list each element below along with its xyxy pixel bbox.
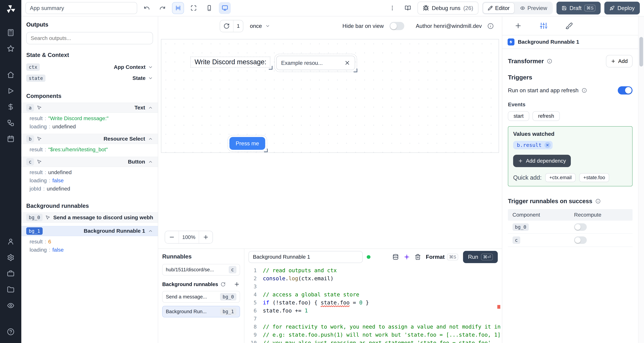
quick-add-state-foo[interactable]: +state.foo xyxy=(579,173,609,182)
star-icon xyxy=(7,45,14,52)
component-b-header[interactable]: b Resource Select xyxy=(21,134,158,144)
state-row[interactable]: state State xyxy=(26,72,153,84)
smartphone-icon xyxy=(206,5,212,11)
component-c-header[interactable]: c Button xyxy=(21,157,158,167)
search-outputs-input[interactable] xyxy=(26,32,153,44)
runnable-item-bg1[interactable]: Background Run... bg_1 xyxy=(162,306,240,317)
bg0-label: Send a message to discord using webhoo xyxy=(53,214,153,220)
component-a-header[interactable]: a Text xyxy=(21,102,158,113)
add-transformer-button[interactable]: Add xyxy=(606,55,632,68)
component-outline-toggle[interactable] xyxy=(172,2,184,14)
state-badge: state xyxy=(26,74,45,82)
button-component-label: Press me xyxy=(236,140,259,146)
favorites-button[interactable] xyxy=(3,42,18,56)
settings-button[interactable] xyxy=(3,250,18,264)
resize-handle[interactable] xyxy=(269,66,272,70)
output-prop: loading:false xyxy=(30,178,153,184)
plus-icon xyxy=(518,158,523,164)
bg0-row[interactable]: bg_0 Send a message to discord using web… xyxy=(21,212,158,223)
status-dot xyxy=(367,255,370,259)
runnable-item-bg0[interactable]: Send a message... bg_0 xyxy=(162,291,240,302)
add-dependency-button[interactable]: Add dependency xyxy=(513,155,571,167)
ai-assistant-button[interactable] xyxy=(404,254,410,260)
folders-button[interactable] xyxy=(3,283,18,297)
fullscreen-button[interactable] xyxy=(188,2,200,14)
deploy-button[interactable]: Deploy xyxy=(604,2,640,14)
runnable-item-hub[interactable]: hub/1511/discord/se... c xyxy=(162,264,240,276)
variables-button[interactable] xyxy=(3,100,18,114)
tab-styling[interactable] xyxy=(562,19,576,33)
help-button[interactable] xyxy=(3,325,18,339)
format-button[interactable]: Format ⌘S xyxy=(426,254,458,260)
add-runnable-button[interactable] xyxy=(234,281,240,287)
recompute-toggle-bg0[interactable] xyxy=(574,223,587,231)
home-icon xyxy=(7,71,14,78)
event-chip-start[interactable]: start xyxy=(508,111,529,121)
zoom-level: 100% xyxy=(178,231,199,243)
clear-icon[interactable] xyxy=(344,60,350,66)
delete-runnable-button[interactable] xyxy=(415,254,421,260)
center-area: 1 once Hide bar on view Author henri@win… xyxy=(158,16,502,343)
event-chip-refresh[interactable]: refresh xyxy=(532,111,560,121)
background-runnables-section: Background runnables xyxy=(162,281,240,287)
code-line: 6state.foo += 1 xyxy=(244,307,502,315)
add-transformer-label: Add xyxy=(618,58,628,64)
resources-button[interactable] xyxy=(3,116,18,130)
folder-icon xyxy=(7,286,14,293)
app-summary-input[interactable] xyxy=(26,2,137,14)
runs-button[interactable] xyxy=(3,84,18,98)
app-canvas[interactable]: Write Discord message: Example resou... … xyxy=(161,39,499,153)
docs-button[interactable] xyxy=(402,2,414,14)
runnable-name-input[interactable] xyxy=(248,251,363,263)
tab-preview[interactable]: Preview xyxy=(515,2,552,14)
zoom-in-button[interactable] xyxy=(199,231,212,243)
schedules-button[interactable] xyxy=(3,132,18,146)
mobile-view-button[interactable] xyxy=(203,2,215,14)
resource-select-component[interactable]: Example resou... xyxy=(276,56,355,70)
resize-handle[interactable] xyxy=(264,148,268,152)
home-button[interactable] xyxy=(3,68,18,82)
scrollbar-thumb[interactable] xyxy=(640,37,643,66)
refresh-all-button[interactable]: 1 xyxy=(220,20,243,32)
audit-logs-button[interactable] xyxy=(3,298,18,312)
bg1-row[interactable]: bg_1 Background Runnable 1 xyxy=(21,226,158,236)
column-component: Component xyxy=(512,212,574,218)
output-prop: result:undefined xyxy=(30,169,153,176)
more-menu-button[interactable] xyxy=(386,2,398,14)
debug-runs-button[interactable]: Debug runs (26) xyxy=(418,2,478,14)
tab-insert-component[interactable] xyxy=(511,19,525,33)
remove-dependency-icon[interactable] xyxy=(544,142,550,148)
text-component[interactable]: Write Discord message: xyxy=(191,57,270,67)
account-button[interactable] xyxy=(3,234,18,248)
quick-add-ctx-email[interactable]: +ctx.email xyxy=(545,173,576,182)
tab-component-settings[interactable] xyxy=(537,19,551,33)
apps-button[interactable] xyxy=(3,26,18,40)
undo-button[interactable] xyxy=(141,2,153,14)
run-button[interactable]: Run ⌘⏎ xyxy=(463,251,498,263)
resize-handle[interactable] xyxy=(354,68,357,72)
cache-button[interactable] xyxy=(392,254,398,260)
chevron-up-icon xyxy=(148,228,153,234)
button-component[interactable]: Press me xyxy=(230,137,265,150)
redo-button[interactable] xyxy=(156,2,168,14)
draft-button[interactable]: Draft ⌘S xyxy=(556,2,601,14)
workers-button[interactable] xyxy=(3,266,18,280)
runnable-label: hub/1511/discord/se... xyxy=(166,267,214,272)
schedule-value: once xyxy=(250,23,262,29)
pointer-icon xyxy=(37,159,42,164)
schedule-dropdown[interactable]: once xyxy=(250,23,270,29)
tab-editor[interactable]: Editor xyxy=(483,2,514,14)
calculator-icon xyxy=(7,29,14,36)
recompute-toggle-c[interactable] xyxy=(574,236,587,244)
runnable-badge: bg_0 xyxy=(220,293,236,300)
zoom-out-button[interactable] xyxy=(165,231,178,243)
output-prop: result:"Write Discord message:" xyxy=(30,116,153,122)
desktop-view-button[interactable] xyxy=(219,2,231,14)
hide-bar-label: Hide bar on view xyxy=(342,23,384,29)
run-on-start-toggle[interactable] xyxy=(618,86,632,94)
values-watched-box: Values watched b.result Add dependency Q… xyxy=(508,126,632,186)
code-editor[interactable]: 1// read outputs and ctx2console.log(ctx… xyxy=(244,265,502,343)
debug-runs-label: Debug runs xyxy=(432,5,460,11)
ctx-row[interactable]: ctx App Context xyxy=(26,62,153,72)
hide-bar-toggle[interactable] xyxy=(390,22,404,30)
